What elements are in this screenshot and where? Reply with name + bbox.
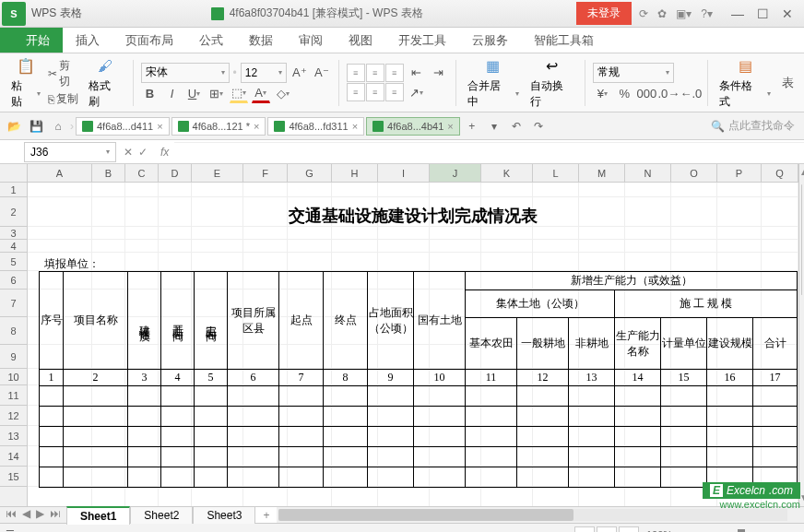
- gear-icon[interactable]: ✿: [657, 7, 667, 20]
- cancel-formula-icon[interactable]: ✕: [124, 146, 133, 159]
- close-tab-icon[interactable]: ×: [157, 121, 162, 132]
- paste-button[interactable]: 📋 粘贴▾: [7, 54, 44, 112]
- col-header-A[interactable]: A: [28, 164, 92, 182]
- help-icon[interactable]: ?▾: [701, 7, 713, 20]
- row-header-11[interactable]: 11: [0, 385, 27, 406]
- tab-smarttools[interactable]: 智能工具箱: [521, 28, 607, 53]
- underline-button[interactable]: U▾: [185, 85, 204, 103]
- add-sheet-button[interactable]: +: [255, 509, 277, 522]
- col-header-I[interactable]: I: [378, 164, 430, 182]
- vscroll-thumb[interactable]: [801, 184, 802, 295]
- font-size-select[interactable]: 12▾: [241, 63, 287, 83]
- home-icon[interactable]: ⌂: [48, 116, 68, 136]
- table-style-button[interactable]: 表: [778, 74, 797, 92]
- tab-cloud[interactable]: 云服务: [459, 28, 521, 53]
- col-header-N[interactable]: N: [625, 164, 671, 182]
- inc-decimal-button[interactable]: .0→: [659, 85, 678, 103]
- tab-insert[interactable]: 插入: [63, 28, 112, 53]
- cut-button[interactable]: ✂剪切: [48, 58, 81, 89]
- col-header-L[interactable]: L: [533, 164, 579, 182]
- fx-label[interactable]: fx: [155, 146, 174, 159]
- col-header-P[interactable]: P: [717, 164, 762, 182]
- save-icon[interactable]: 💾: [26, 116, 46, 136]
- tab-view[interactable]: 视图: [336, 28, 385, 53]
- tab-dev[interactable]: 开发工具: [385, 28, 459, 53]
- close-tab-icon[interactable]: ×: [447, 121, 453, 132]
- vertical-scrollbar[interactable]: ▲ ▼: [798, 164, 804, 506]
- row-header-5[interactable]: 5: [0, 253, 27, 271]
- cond-format-button[interactable]: ▤ 条件格式▾: [715, 54, 774, 112]
- tab-data[interactable]: 数据: [236, 28, 286, 53]
- col-header-J[interactable]: J: [430, 164, 481, 182]
- tab-list-button[interactable]: ▾: [484, 116, 504, 136]
- grid[interactable]: 交通基础设施建设计划完成情况表 填报单位： 序号 项目名称 建设性质 开工时间 …: [28, 183, 798, 506]
- command-search[interactable]: 🔍点此查找命令: [705, 118, 800, 134]
- col-header-B[interactable]: B: [92, 164, 125, 182]
- row-header-4[interactable]: 4: [0, 240, 27, 253]
- view-break-button[interactable]: [619, 526, 639, 533]
- formula-input[interactable]: [174, 142, 804, 162]
- row-header-6[interactable]: 6: [0, 271, 27, 290]
- close-tab-icon[interactable]: ×: [254, 121, 259, 132]
- login-button[interactable]: 未登录: [576, 2, 632, 25]
- sheet-tab-2[interactable]: Sheet3: [193, 506, 255, 524]
- alignment-grid[interactable]: ≡≡≡ ≡≡≡: [347, 64, 404, 101]
- col-header-D[interactable]: D: [159, 164, 192, 182]
- tab-layout[interactable]: 页面布局: [112, 28, 186, 53]
- number-format-select[interactable]: 常规▾: [593, 63, 674, 83]
- border-button[interactable]: ⊞▾: [207, 85, 226, 103]
- row-header-3[interactable]: 3: [0, 227, 27, 240]
- row-header-2[interactable]: 2: [0, 197, 27, 227]
- wrap-text-button[interactable]: ↩ 自动换行: [526, 54, 578, 112]
- view-page-button[interactable]: [597, 526, 617, 533]
- tab-formula[interactable]: 公式: [186, 28, 236, 53]
- row-header-14[interactable]: 14: [0, 446, 27, 467]
- view-normal-button[interactable]: [574, 526, 595, 533]
- sheet-first-icon[interactable]: ⏮: [6, 507, 17, 523]
- row-headers[interactable]: 123456789101112131415: [0, 183, 28, 506]
- maximize-icon[interactable]: ☐: [757, 6, 769, 21]
- increase-font-button[interactable]: A⁺: [290, 64, 309, 82]
- hscroll-thumb[interactable]: [278, 509, 573, 521]
- row-header-1[interactable]: 1: [0, 183, 27, 197]
- sheet-tab-1[interactable]: Sheet2: [130, 506, 193, 524]
- home-stripe[interactable]: [0, 28, 13, 53]
- row-header-10[interactable]: 10: [0, 369, 27, 385]
- sheet-last-icon[interactable]: ⏭: [50, 507, 61, 523]
- row-header-8[interactable]: 8: [0, 317, 27, 345]
- row-header-12[interactable]: 12: [0, 406, 27, 426]
- doc-tab-3[interactable]: 4f6a8...4b41×: [366, 117, 460, 136]
- currency-button[interactable]: ¥▾: [593, 85, 611, 103]
- indent-dec-button[interactable]: ⇤: [408, 64, 426, 82]
- minimize-icon[interactable]: —: [731, 6, 744, 21]
- comma-button[interactable]: 000: [637, 85, 656, 103]
- dec-decimal-button[interactable]: ←.0: [681, 85, 700, 103]
- font-name-select[interactable]: 宋体▾: [141, 63, 230, 83]
- row-header-9[interactable]: 9: [0, 345, 27, 369]
- clear-button[interactable]: ◇▾: [274, 85, 292, 103]
- format-painter-button[interactable]: 🖌 格式刷: [85, 54, 125, 112]
- col-header-F[interactable]: F: [243, 164, 288, 182]
- close-icon[interactable]: ✕: [782, 6, 793, 21]
- column-headers[interactable]: ABCDEFGHIJKLMNOPQ: [28, 164, 798, 183]
- percent-button[interactable]: %: [615, 85, 633, 103]
- name-box[interactable]: J36▾: [24, 142, 116, 162]
- font-color-button[interactable]: A▾: [252, 85, 270, 103]
- skin-icon[interactable]: ▣▾: [676, 7, 692, 20]
- doc-tab-0[interactable]: 4f6a8...d411×: [76, 117, 170, 136]
- col-header-O[interactable]: O: [671, 164, 717, 182]
- zoom-out-button[interactable]: −: [680, 529, 685, 533]
- close-tab-icon[interactable]: ×: [352, 121, 358, 132]
- col-header-H[interactable]: H: [332, 164, 378, 182]
- col-header-Q[interactable]: Q: [762, 164, 798, 182]
- status-mode-icon[interactable]: ☰▾: [6, 528, 20, 532]
- col-header-E[interactable]: E: [192, 164, 243, 182]
- new-tab-button[interactable]: +: [462, 116, 482, 136]
- decrease-font-button[interactable]: A⁻: [313, 64, 331, 82]
- indent-inc-button[interactable]: ⇥: [430, 64, 448, 82]
- merge-center-button[interactable]: ▦ 合并居中▾: [464, 54, 523, 112]
- orientation-button[interactable]: ↗▾: [408, 84, 426, 102]
- sheet-next-icon[interactable]: ▶: [36, 507, 44, 523]
- sync-icon[interactable]: ⟳: [639, 7, 648, 20]
- col-header-M[interactable]: M: [579, 164, 625, 182]
